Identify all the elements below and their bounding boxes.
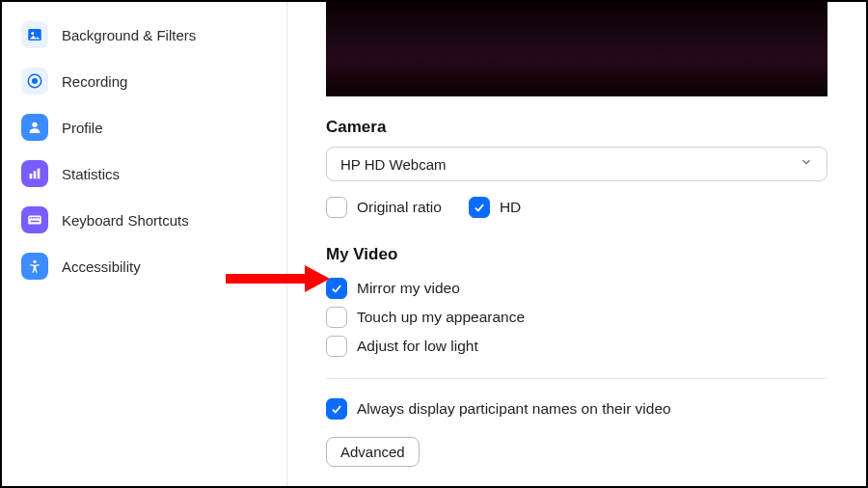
svg-rect-5 <box>30 174 33 178</box>
chevron-down-icon <box>800 155 813 173</box>
accessibility-icon <box>21 253 48 280</box>
svg-point-3 <box>32 78 38 84</box>
sidebar-item-accessibility[interactable]: Accessibility <box>2 243 286 289</box>
video-preview <box>326 2 827 96</box>
checkbox[interactable] <box>326 307 347 328</box>
settings-panel: Camera HP HD Webcam Original ratio HD <box>287 2 866 486</box>
svg-rect-12 <box>34 217 36 219</box>
checkbox[interactable] <box>326 278 347 299</box>
svg-rect-9 <box>28 216 41 225</box>
camera-select[interactable]: HP HD Webcam <box>326 147 827 181</box>
divider <box>326 378 827 379</box>
sidebar-item-label: Recording <box>62 73 127 90</box>
original-ratio-option[interactable]: Original ratio <box>326 193 442 222</box>
advanced-button[interactable]: Advanced <box>326 437 420 467</box>
sidebar-item-recording[interactable]: Recording <box>2 58 286 104</box>
svg-rect-6 <box>34 171 37 178</box>
svg-rect-15 <box>31 221 40 223</box>
camera-selected: HP HD Webcam <box>340 156 446 173</box>
svg-rect-11 <box>32 217 34 219</box>
checkbox[interactable] <box>326 197 347 218</box>
checkbox-label: Touch up my appearance <box>357 309 525 326</box>
sidebar-item-keyboard-shortcuts[interactable]: Keyboard Shortcuts <box>2 197 286 243</box>
record-icon <box>21 68 48 95</box>
sidebar-item-label: Profile <box>62 120 103 136</box>
checkbox-label: Always display participant names on thei… <box>357 400 671 418</box>
checkbox[interactable] <box>469 197 490 218</box>
keyboard-icon <box>21 206 48 233</box>
checkbox-label: Adjust for low light <box>357 338 478 355</box>
sidebar-item-label: Keyboard Shortcuts <box>62 212 189 229</box>
checkbox-label: Original ratio <box>357 199 442 216</box>
checkbox-label: Mirror my video <box>357 280 460 297</box>
checkbox[interactable] <box>326 398 347 420</box>
svg-point-16 <box>33 260 36 263</box>
image-icon <box>21 21 48 48</box>
adjust-low-light-option[interactable]: Adjust for low light <box>326 332 827 361</box>
mirror-my-video-option[interactable]: Mirror my video <box>326 274 827 303</box>
settings-sidebar: Background & Filters Recording Profile S… <box>2 2 287 486</box>
svg-rect-13 <box>37 217 39 219</box>
sidebar-item-label: Accessibility <box>62 258 141 275</box>
checkbox-label: HD <box>500 199 521 216</box>
camera-options-row: Original ratio HD <box>326 193 827 222</box>
checkbox[interactable] <box>326 336 347 357</box>
sidebar-item-label: Statistics <box>62 166 120 182</box>
touch-up-appearance-option[interactable]: Touch up my appearance <box>326 303 827 332</box>
svg-point-1 <box>31 32 34 35</box>
sidebar-item-background-filters[interactable]: Background & Filters <box>2 12 286 58</box>
sidebar-item-label: Background & Filters <box>62 27 196 43</box>
sidebar-item-profile[interactable]: Profile <box>2 104 286 150</box>
sidebar-item-statistics[interactable]: Statistics <box>2 150 286 197</box>
profile-icon <box>21 114 48 141</box>
always-display-names-option[interactable]: Always display participant names on thei… <box>326 394 827 423</box>
svg-rect-14 <box>39 217 41 219</box>
svg-point-4 <box>32 122 37 127</box>
hd-option[interactable]: HD <box>469 193 521 222</box>
svg-rect-7 <box>38 169 41 179</box>
my-video-heading: My Video <box>326 245 827 264</box>
svg-rect-10 <box>30 217 32 219</box>
camera-heading: Camera <box>326 118 827 137</box>
stats-icon <box>21 160 48 187</box>
